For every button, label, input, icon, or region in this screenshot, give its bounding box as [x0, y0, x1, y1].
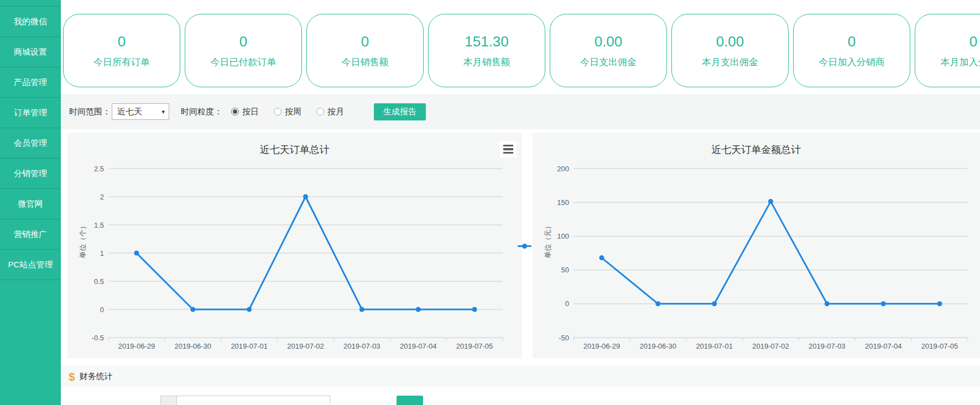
- data-point[interactable]: [768, 199, 773, 204]
- chevron-down-icon: ▾: [161, 108, 165, 115]
- radio-label: 按周: [285, 107, 301, 117]
- stat-card-value: 0: [361, 33, 369, 50]
- radio-label: 按日: [242, 107, 259, 117]
- main-content: 0 今日所有订单 0 今日已付款订单 0 今日销售额 151.30 本月销售额 …: [61, 0, 980, 405]
- data-point[interactable]: [134, 251, 139, 256]
- sidebar-item-label: 订单管理: [14, 108, 47, 117]
- data-point[interactable]: [824, 301, 829, 306]
- stat-card-label: 今日销售额: [342, 56, 389, 69]
- radio-by-day[interactable]: 按日: [231, 107, 259, 117]
- stat-card-value: 0.00: [716, 33, 744, 50]
- data-point[interactable]: [655, 301, 660, 306]
- x-tick-label: 2019-06-29: [583, 342, 620, 350]
- stat-card-month-distributors: 0 本月加入分销商: [915, 14, 980, 87]
- finance-input[interactable]: [177, 396, 330, 405]
- x-tick-label: 2019-07-04: [400, 342, 437, 350]
- order-amount-line-chart: -500501001502002019-06-292019-06-302019-…: [533, 155, 980, 359]
- stat-card-value: 0.00: [595, 33, 623, 50]
- order-amount-chart-panel: 近七天订单金额总计 单位（元） -500501001502002019-06-2…: [533, 133, 980, 359]
- sidebar-item-label: PC站点管理: [8, 260, 53, 269]
- y-tick-label: 100: [557, 232, 569, 240]
- sidebar-item-member-mgmt[interactable]: 会员管理: [0, 128, 61, 159]
- charts-row: 近七天订单总计 单位（个） -0.500.511.522.52019-06-29…: [61, 133, 980, 359]
- granularity-label: 时间粒度：: [181, 107, 222, 117]
- y-tick-label: 2.5: [94, 165, 104, 173]
- data-point[interactable]: [190, 307, 195, 312]
- stat-card-label: 今日支出佣金: [580, 56, 637, 69]
- chart-title: 近七天订单金额总计: [533, 133, 980, 156]
- sidebar-item-marketing[interactable]: 营销推广: [0, 219, 61, 250]
- series-line: [602, 202, 940, 304]
- y-tick-label: 150: [557, 198, 569, 207]
- stat-card-value: 151.30: [465, 33, 509, 50]
- sidebar-item-micro-site[interactable]: 微官网: [0, 189, 61, 219]
- radio-by-month[interactable]: 按月: [316, 107, 344, 117]
- x-tick-label: 2019-06-29: [118, 342, 155, 350]
- sidebar-item-label: 会员管理: [14, 138, 47, 148]
- sidebar-item-label: 营销推广: [14, 229, 47, 239]
- stat-card-today-paid-orders: 0 今日已付款订单: [185, 14, 302, 87]
- stat-card-label: 本月加入分销商: [941, 56, 980, 69]
- sidebar-item-order-mgmt[interactable]: 订单管理: [0, 98, 61, 128]
- data-point[interactable]: [303, 194, 308, 199]
- sidebar-item-label: 商城设置: [14, 47, 47, 56]
- radio-icon: [231, 108, 239, 115]
- y-tick-label: 200: [557, 165, 569, 173]
- dollar-icon: $: [69, 370, 75, 383]
- time-range-selected-value: 近七天: [117, 107, 142, 117]
- radio-by-week[interactable]: 按周: [274, 107, 301, 117]
- stat-cards-row: 0 今日所有订单 0 今日已付款订单 0 今日销售额 151.30 本月销售额 …: [61, 0, 980, 87]
- stat-card-today-distributors: 0 今日加入分销商: [793, 14, 910, 87]
- x-tick-label: 2019-06-30: [175, 342, 212, 350]
- generate-report-button[interactable]: 生成报告: [374, 103, 426, 120]
- sidebar-item-my-wechat[interactable]: 我的微信: [0, 7, 61, 37]
- x-tick-label: 2019-07-01: [696, 342, 733, 350]
- stat-card-month-sales: 151.30 本月销售额: [428, 14, 545, 87]
- sidebar-item-product-mgmt[interactable]: 产品管理: [0, 67, 61, 98]
- stat-card-label: 今日所有订单: [93, 56, 150, 69]
- y-tick-label: 1.5: [94, 221, 104, 229]
- data-point[interactable]: [599, 255, 604, 260]
- y-tick-label: 0: [565, 299, 569, 308]
- stat-card-label: 今日加入分销商: [819, 56, 885, 69]
- sidebar-item-label: 我的微信: [14, 17, 47, 26]
- sidebar-item-mall-settings[interactable]: 商城设置: [0, 37, 61, 67]
- data-point[interactable]: [472, 307, 477, 312]
- data-point[interactable]: [416, 307, 421, 312]
- data-point[interactable]: [359, 307, 364, 312]
- finance-search-button[interactable]: [397, 396, 423, 405]
- data-point[interactable]: [247, 307, 252, 312]
- input-addon: [160, 396, 177, 405]
- time-range-select[interactable]: 近七天 ▾: [112, 103, 169, 120]
- stat-card-label: 本月销售额: [463, 56, 510, 69]
- x-tick-label: 2019-07-01: [231, 342, 268, 350]
- data-point[interactable]: [880, 301, 885, 306]
- sidebar-item-pc-site-mgmt[interactable]: PC站点管理: [0, 250, 61, 280]
- x-tick-label: 2019-07-05: [456, 342, 493, 350]
- radio-icon: [274, 108, 282, 115]
- sidebar-item-label: 产品管理: [14, 77, 47, 87]
- data-point[interactable]: [937, 301, 942, 306]
- sidebar-item-distribution-mgmt[interactable]: 分销管理: [0, 159, 61, 189]
- y-tick-label: -50: [559, 334, 569, 342]
- data-point[interactable]: [712, 301, 717, 306]
- x-tick-label: 2019-07-02: [752, 342, 789, 350]
- legend-marker: [518, 245, 531, 247]
- x-tick-label: 2019-07-04: [865, 342, 902, 350]
- sidebar-item-partial[interactable]: [0, 0, 61, 7]
- sidebar: 我的微信 商城设置 产品管理 订单管理 会员管理 分销管理 微官网 营销推广 P…: [0, 0, 61, 405]
- chart-title: 近七天订单总计: [67, 133, 522, 156]
- y-tick-label: 0.5: [94, 277, 104, 286]
- stat-card-today-orders: 0 今日所有订单: [63, 14, 180, 87]
- radio-label: 按月: [327, 107, 344, 117]
- stat-card-value: 0: [239, 33, 247, 50]
- orders-line-chart: -0.500.511.522.52019-06-292019-06-302019…: [67, 155, 550, 359]
- y-tick-label: 0: [100, 306, 104, 314]
- x-tick-label: 2019-06-30: [639, 342, 676, 350]
- sidebar-item-label: 分销管理: [14, 169, 47, 178]
- y-tick-label: 2: [100, 193, 104, 201]
- finance-title: 财务统计: [80, 371, 113, 382]
- orders-chart-panel: 近七天订单总计 单位（个） -0.500.511.522.52019-06-29…: [67, 133, 522, 359]
- stat-card-value: 0: [848, 33, 856, 50]
- finance-section-header: $ 财务统计: [61, 366, 980, 387]
